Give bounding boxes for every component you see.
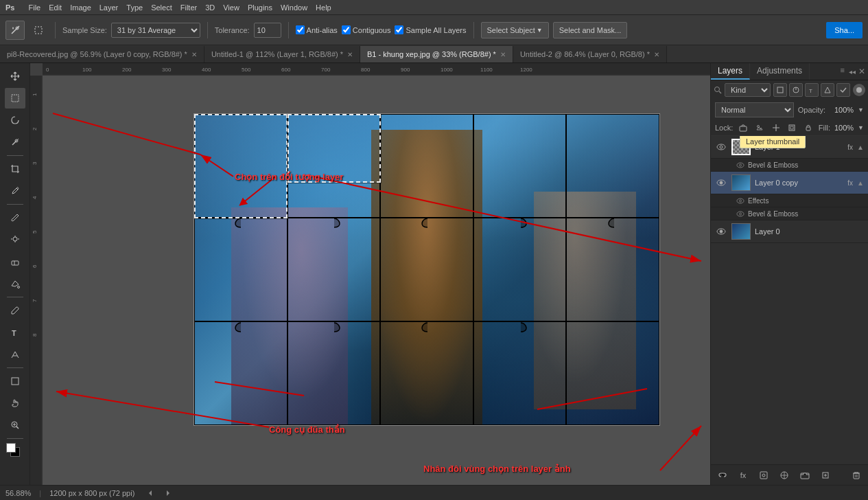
select-tool-btn[interactable] xyxy=(29,21,48,40)
layer-item-layer0[interactable]: Layer 0 xyxy=(711,220,868,243)
pen-tool[interactable] xyxy=(5,300,25,321)
sample-all-layers-label[interactable]: Sample All Layers xyxy=(395,25,466,34)
anti-alias-checkbox[interactable] xyxy=(296,25,305,34)
brush-tool[interactable] xyxy=(5,207,25,228)
paint-bucket-tool[interactable] xyxy=(5,273,25,294)
menu-file[interactable]: File xyxy=(28,3,40,12)
layer1-expand[interactable]: ▲ xyxy=(857,144,864,151)
move-tool[interactable] xyxy=(5,66,25,87)
tab-2-close[interactable]: ✕ xyxy=(347,51,353,58)
layer0-visibility[interactable] xyxy=(715,225,727,238)
zoom-tool[interactable] xyxy=(5,415,25,435)
fill-arrow[interactable]: ▼ xyxy=(858,124,864,131)
bevel-emboss-2-eye[interactable] xyxy=(736,209,745,218)
lock-transparent-icon[interactable] xyxy=(737,122,749,134)
filter-toggle[interactable] xyxy=(853,84,865,96)
canvas-content[interactable]: Chọn trên đối tượng layer Công cụ đũa th… xyxy=(43,76,710,485)
eraser-tool[interactable] xyxy=(5,251,25,272)
menu-filter[interactable]: Filter xyxy=(180,3,197,12)
tab-4-close[interactable]: ✕ xyxy=(654,51,659,58)
crop-tool[interactable] xyxy=(5,159,25,179)
hand-tool[interactable] xyxy=(5,393,25,413)
tab-1-close[interactable]: ✕ xyxy=(191,51,197,58)
layer1-fx[interactable]: fx xyxy=(847,144,853,151)
add-layer-style-btn[interactable]: fx xyxy=(736,468,751,483)
opacity-arrow[interactable]: ▼ xyxy=(858,106,864,113)
tab-4[interactable]: Untitled-2 @ 86.4% (Layer 0, RGB/8) * ✕ xyxy=(513,46,667,62)
blend-mode-select[interactable]: Normal xyxy=(715,102,794,117)
menu-image[interactable]: Image xyxy=(70,3,91,12)
kind-dropdown[interactable]: Kind xyxy=(725,83,771,97)
eyedropper-tool[interactable] xyxy=(5,181,25,201)
anti-alias-label[interactable]: Anti-alias xyxy=(296,25,338,34)
tolerance-input[interactable] xyxy=(254,23,281,38)
tab-3[interactable]: B1 - khung xep.jpg @ 33% (RGB/8#) * ✕ xyxy=(360,46,513,62)
tab-1[interactable]: pi8-Recovered.jpg @ 56.9% (Layer 0 copy,… xyxy=(0,46,204,62)
new-layer-btn[interactable] xyxy=(818,468,833,483)
menu-edit[interactable]: Edit xyxy=(49,3,62,12)
zoom-level: 56.88% xyxy=(5,489,31,497)
menu-select[interactable]: Select xyxy=(151,3,172,12)
magic-wand-tool[interactable] xyxy=(5,132,25,152)
magic-wand-tool-btn[interactable] xyxy=(5,21,25,40)
add-group-btn[interactable] xyxy=(797,468,812,483)
menu-plugins[interactable]: Plugins xyxy=(248,3,272,12)
shape-tool[interactable] xyxy=(5,371,25,391)
menu-help[interactable]: Help xyxy=(316,3,331,12)
filter-smart-icon[interactable] xyxy=(836,83,850,97)
filter-shape-icon[interactable] xyxy=(821,83,834,97)
select-and-mask-button[interactable]: Select and Mask... xyxy=(553,22,628,38)
filter-adjustment-icon[interactable] xyxy=(789,83,803,97)
svg-rect-1 xyxy=(12,95,19,102)
menu-window[interactable]: Window xyxy=(281,3,307,12)
tab-adjustments[interactable]: Adjustments xyxy=(750,63,810,80)
menu-layer[interactable]: Layer xyxy=(99,3,119,12)
filter-pixel-icon[interactable] xyxy=(773,83,787,97)
lock-position-icon[interactable] xyxy=(770,122,782,134)
lock-all-icon[interactable] xyxy=(802,122,814,134)
lasso-tool[interactable] xyxy=(5,110,25,130)
tab-layers[interactable]: Layers xyxy=(711,63,750,80)
foreground-color[interactable] xyxy=(5,442,25,462)
text-tool[interactable]: T xyxy=(5,322,25,343)
selection-tool[interactable] xyxy=(5,88,25,109)
layer0copy-fx[interactable]: fx xyxy=(847,179,853,187)
sample-all-layers-checkbox[interactable] xyxy=(395,25,403,34)
path-tool[interactable] xyxy=(5,344,25,365)
svg-text:800: 800 xyxy=(361,67,371,73)
clone-tool[interactable] xyxy=(5,229,25,250)
lock-artboard-icon[interactable] xyxy=(786,122,798,134)
delete-layer-btn[interactable] xyxy=(849,468,864,483)
menu-type[interactable]: Type xyxy=(126,3,143,12)
select-subject-button[interactable]: Select Subject ▼ xyxy=(481,22,549,38)
add-adjustment-btn[interactable] xyxy=(777,468,792,483)
tab-2[interactable]: Untitled-1 @ 112% (Layer 1, RGB/8#) * ✕ xyxy=(204,46,360,62)
svg-point-7 xyxy=(17,286,19,288)
layer0copy-expand[interactable]: ▲ xyxy=(857,179,864,187)
share-button[interactable]: Sha... xyxy=(826,22,863,38)
layer1-visibility[interactable] xyxy=(715,141,727,153)
filter-text-icon[interactable]: T xyxy=(805,83,819,97)
menu-view[interactable]: View xyxy=(223,3,239,12)
navigate-right-icon[interactable] xyxy=(163,488,173,498)
layer0copy-visibility[interactable] xyxy=(715,177,727,189)
menu-3d[interactable]: 3D xyxy=(205,3,215,12)
link-layers-btn[interactable] xyxy=(715,468,730,483)
bevel-emboss-1-eye[interactable] xyxy=(736,160,745,170)
add-mask-btn[interactable] xyxy=(756,468,771,483)
layer-item-layer0copy[interactable]: Layer 0 copy fx ▲ xyxy=(711,172,868,194)
panel-options-btn[interactable]: ≡ xyxy=(836,63,849,80)
panel-collapse-btn[interactable]: ◂◂ xyxy=(849,68,856,76)
contiguous-checkbox[interactable] xyxy=(342,25,351,34)
canvas-area[interactable]: 0 100 200 300 400 500 600 700 800 900 10… xyxy=(30,63,710,485)
puzzle-cell-3-1 xyxy=(194,321,288,425)
navigate-left-icon[interactable] xyxy=(145,488,155,498)
tab-3-close[interactable]: ✕ xyxy=(500,51,506,58)
panel-close-btn[interactable]: ✕ xyxy=(858,67,865,76)
effects-eye[interactable] xyxy=(736,196,745,205)
svg-point-59 xyxy=(740,164,742,166)
lock-image-icon[interactable] xyxy=(753,122,766,134)
contiguous-label[interactable]: Contiguous xyxy=(342,25,391,34)
svg-marker-83 xyxy=(167,490,169,496)
sample-size-dropdown[interactable]: 31 by 31 Average xyxy=(111,23,200,38)
